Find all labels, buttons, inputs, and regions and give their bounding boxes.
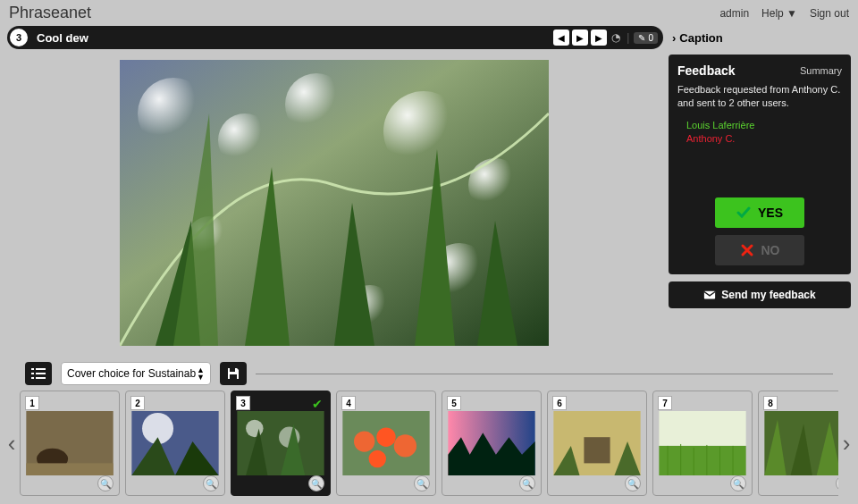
edit-count-value: 0 — [648, 33, 653, 43]
zoom-button[interactable]: 🔍 — [308, 475, 324, 491]
magnifier-icon: 🔍 — [522, 479, 533, 489]
magnifier-icon: 🔍 — [206, 479, 216, 489]
thumb-index: 1 — [25, 396, 39, 410]
thumbnail[interactable]: 5🔍 — [442, 391, 542, 496]
magnifier-icon: 🔍 — [311, 479, 322, 489]
main-image[interactable] — [120, 60, 549, 346]
svg-point-30 — [369, 450, 386, 467]
svg-rect-34 — [659, 411, 745, 446]
prev-button[interactable]: ◀ — [553, 29, 569, 46]
no-button[interactable]: NO — [715, 235, 804, 265]
svg-rect-20 — [26, 463, 113, 475]
svg-point-3 — [285, 73, 348, 136]
zoom-button[interactable]: 🔍 — [836, 475, 838, 491]
send-feedback-button[interactable]: Send my feedback — [669, 281, 851, 308]
envelope-icon — [703, 289, 716, 301]
thumb-image — [342, 411, 430, 475]
magnifier-icon: 🔍 — [416, 479, 427, 489]
zoom-button[interactable]: 🔍 — [625, 475, 641, 491]
thumbnail[interactable]: 1🔍 — [20, 391, 120, 496]
thumbnail[interactable]: 7🔍 — [652, 391, 753, 496]
strip-prev-button[interactable]: ‹ — [4, 391, 20, 496]
thumb-index: 3 — [236, 396, 250, 410]
zoom-button[interactable]: 🔍 — [414, 475, 430, 491]
zoom-button[interactable]: 🔍 — [519, 475, 535, 491]
zoom-button[interactable]: 🔍 — [97, 475, 114, 491]
no-label: NO — [761, 243, 780, 257]
clock-icon: ◔ — [610, 31, 622, 44]
next-button[interactable]: ▶ — [591, 29, 607, 46]
cross-icon — [740, 243, 754, 257]
thumb-image — [237, 411, 324, 475]
chevron-right-icon: › — [672, 31, 676, 45]
thumb-image — [659, 411, 746, 475]
thumb-index: 7 — [658, 396, 672, 410]
caption-label: Caption — [679, 31, 722, 45]
send-label: Send my feedback — [721, 289, 815, 301]
svg-rect-15 — [36, 377, 46, 379]
nav-admin[interactable]: admin — [719, 7, 749, 20]
play-button[interactable]: ▶ — [572, 29, 588, 46]
svg-rect-9 — [704, 290, 715, 298]
check-icon — [736, 206, 751, 220]
svg-rect-16 — [230, 368, 235, 372]
svg-rect-12 — [31, 373, 34, 374]
yes-label: YES — [758, 206, 783, 220]
magnifier-icon: 🔍 — [100, 479, 111, 489]
thumbnail[interactable]: 8🔍 — [758, 391, 838, 496]
svg-point-5 — [468, 158, 522, 212]
page-title: Cool dew — [37, 31, 544, 45]
select-label: Cover choice for Sustainab — [67, 367, 196, 380]
pencil-icon: ✎ — [638, 33, 645, 43]
zoom-button[interactable]: 🔍 — [730, 475, 746, 491]
feedback-message: Feedback requested from Anthony C. and s… — [677, 83, 842, 111]
thumb-index: 8 — [763, 396, 778, 410]
magnifier-icon: 🔍 — [627, 479, 638, 489]
edit-count[interactable]: ✎ 0 — [634, 32, 658, 44]
svg-point-28 — [376, 427, 395, 446]
zoom-button[interactable]: 🔍 — [203, 475, 219, 491]
title-bar: 3 Cool dew ◀ ▶ ▶ ◔ | ✎ 0 — [7, 26, 663, 49]
divider — [256, 374, 833, 374]
thumbnail[interactable]: 2🔍 — [125, 391, 225, 496]
title-index-badge: 3 — [10, 29, 28, 46]
svg-point-1 — [138, 78, 209, 149]
nav-signout[interactable]: Sign out — [810, 7, 849, 20]
svg-point-2 — [218, 113, 272, 167]
svg-rect-10 — [31, 368, 34, 370]
feedback-panel: Feedback Summary Feedback requested from… — [669, 55, 851, 274]
thumb-index: 6 — [552, 396, 567, 410]
feedback-user-yes[interactable]: Louis Laferrière — [686, 120, 842, 130]
save-button[interactable] — [220, 362, 247, 385]
feedback-summary-link[interactable]: Summary — [800, 65, 842, 76]
strip-next-button[interactable]: › — [838, 391, 854, 496]
check-icon: ✔ — [312, 397, 323, 411]
select-arrows-icon: ▲▼ — [197, 366, 205, 381]
thumbnail-strip: 1🔍2🔍3✔🔍4🔍5🔍6🔍7🔍8🔍 — [20, 391, 838, 496]
magnifier-icon: 🔍 — [733, 479, 744, 489]
caption-toggle[interactable]: › Caption — [669, 31, 851, 45]
nav-help[interactable]: Help ▼ — [761, 7, 797, 20]
list-view-button[interactable] — [25, 362, 52, 385]
svg-rect-14 — [31, 377, 34, 379]
thumbnail[interactable]: 6🔍 — [547, 391, 647, 496]
basket-select[interactable]: Cover choice for Sustainab ▲▼ — [61, 362, 211, 385]
thumbnail[interactable]: 3✔🔍 — [231, 391, 331, 496]
svg-point-24 — [246, 420, 263, 437]
thumbnail[interactable]: 4🔍 — [336, 391, 436, 496]
thumb-index: 2 — [130, 396, 145, 410]
thumb-index: 5 — [447, 396, 461, 410]
thumb-image — [131, 411, 219, 475]
yes-button[interactable]: YES — [715, 197, 804, 228]
thumb-index: 4 — [341, 396, 356, 410]
feedback-title: Feedback — [677, 63, 736, 78]
svg-rect-11 — [36, 368, 46, 370]
svg-point-4 — [383, 91, 464, 172]
svg-rect-33 — [584, 437, 610, 463]
brand: Phraseanet — [9, 4, 91, 22]
thumb-image — [26, 411, 114, 475]
thumb-image — [553, 411, 641, 475]
save-icon — [226, 366, 240, 381]
svg-point-27 — [354, 431, 374, 451]
feedback-user-no[interactable]: Anthony C. — [686, 133, 842, 144]
